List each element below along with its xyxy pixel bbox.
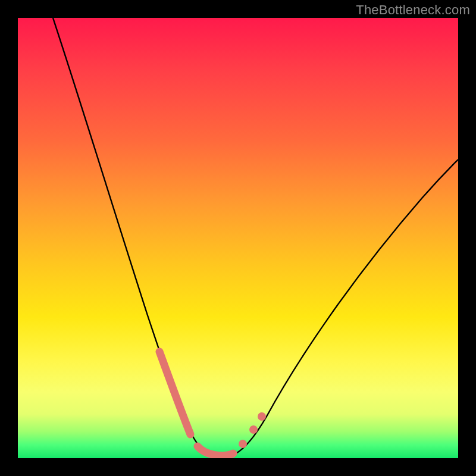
chart-frame: TheBottleneck.com [0, 0, 476, 476]
curve-svg [18, 18, 458, 458]
right-dot-1 [239, 440, 247, 448]
left-dense-segment [159, 352, 190, 434]
marker-group [159, 352, 233, 456]
right-dot-3 [258, 412, 266, 421]
valley-floor [198, 446, 233, 456]
watermark-text: TheBottleneck.com [356, 2, 470, 18]
right-dot-2 [249, 425, 258, 434]
bottleneck-curve [53, 18, 458, 456]
marker-dots [239, 412, 266, 448]
plot-area [18, 18, 458, 458]
